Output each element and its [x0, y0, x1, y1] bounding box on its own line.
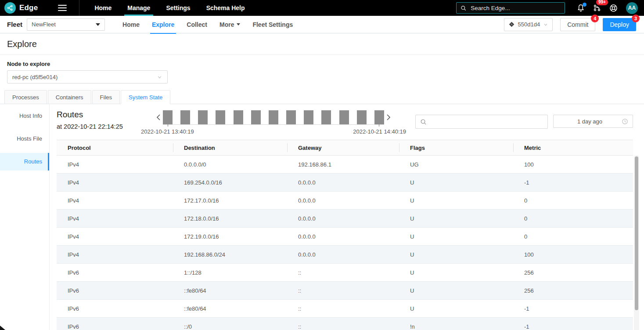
- timeline-end-label: 2022-10-21 14:40:19: [353, 128, 406, 135]
- table-cell: -1: [513, 179, 633, 186]
- topnav-item-home[interactable]: Home: [86, 0, 119, 16]
- timeline-prev-button[interactable]: [154, 110, 163, 125]
- table-cell: 256: [513, 269, 633, 276]
- deploy-count-badge: 3: [632, 15, 640, 22]
- system-state-content: Host Info Hosts File Routes Routes at 20…: [0, 104, 644, 330]
- fleet-select-value: NewFleet: [32, 21, 56, 28]
- table-cell: ::fe80/64: [173, 287, 287, 294]
- timeline-bar[interactable]: [234, 110, 243, 124]
- hamburger-menu-icon[interactable]: [57, 3, 68, 13]
- caret-down-icon: [96, 23, 100, 26]
- routes-search-input[interactable]: [430, 118, 543, 126]
- clock-icon: [622, 118, 628, 125]
- timeline-bar[interactable]: [339, 110, 349, 124]
- table-cell: 0.0.0.0: [287, 179, 399, 186]
- routes-title: Routes: [57, 110, 154, 120]
- notifications-bell[interactable]: [577, 4, 585, 12]
- chevron-right-icon: [385, 113, 392, 121]
- fleet-navigation: Home Explore Collect More Fleet Settings: [116, 16, 299, 33]
- table-row: IPv4172.17.0.0/160.0.0.0U0: [57, 192, 633, 210]
- timeline-bar[interactable]: [198, 110, 208, 124]
- support-button[interactable]: [609, 4, 618, 12]
- fleet-tab-more[interactable]: More: [213, 16, 246, 33]
- table-cell: UG: [399, 161, 513, 168]
- timeline-bar[interactable]: [321, 110, 331, 124]
- caret-down-icon: [237, 23, 240, 25]
- fleet-tab-collect[interactable]: Collect: [180, 16, 213, 33]
- user-avatar[interactable]: AA: [626, 2, 638, 14]
- routes-search[interactable]: [415, 115, 548, 129]
- timeline-next-button[interactable]: [384, 110, 393, 125]
- fleet-tab-fleet-settings[interactable]: Fleet Settings: [246, 16, 299, 33]
- page-title: Explore: [7, 39, 637, 49]
- routes-controls: 1 day ago: [415, 115, 633, 129]
- column-header-destination: Destination: [173, 140, 287, 155]
- search-icon: [420, 119, 427, 125]
- routes-timestamp: at 2022-10-21 22:14:25: [57, 123, 154, 130]
- table-cell: IPv4: [57, 233, 173, 240]
- version-select[interactable]: 550d1d4: [504, 18, 553, 31]
- table-cell: ::: [287, 287, 399, 294]
- topnav-right-cluster: 99+ AA: [456, 2, 638, 14]
- tab-files[interactable]: Files: [92, 90, 120, 104]
- timeline-start-tick: [168, 124, 168, 127]
- node-select[interactable]: red-pc (d5f5e014): [7, 70, 168, 83]
- table-row: IPv4169.254.0.0/160.0.0.0U-1: [57, 174, 633, 192]
- table-cell: U: [399, 233, 513, 240]
- commit-button[interactable]: Commit 4: [560, 18, 595, 31]
- global-search[interactable]: [456, 2, 565, 14]
- timeline-bar[interactable]: [286, 110, 296, 124]
- table-cell: 0.0.0.0: [287, 197, 399, 204]
- table-cell: ::: [287, 269, 399, 276]
- snapshot-timeline: 2022-10-21 13:40:19 2022-10-21 14:40:19: [154, 110, 393, 135]
- table-cell: 100: [513, 161, 633, 168]
- timeline-bar[interactable]: [216, 110, 225, 124]
- table-cell: 172.19.0.0/16: [173, 233, 287, 240]
- global-search-input[interactable]: [470, 4, 561, 12]
- routes-table: Protocol Destination Gateway Flags Metri…: [57, 140, 633, 330]
- tab-processes[interactable]: Processes: [4, 90, 47, 104]
- topnav-item-manage[interactable]: Manage: [119, 0, 158, 16]
- table-cell: U: [399, 269, 513, 276]
- edge-logo-icon[interactable]: [4, 2, 16, 14]
- timeline-bar[interactable]: [269, 110, 278, 124]
- fleetbar-right-cluster: 550d1d4 Commit 4 Deploy 3: [504, 18, 640, 31]
- time-range-select[interactable]: 1 day ago: [553, 115, 633, 128]
- pending-changes[interactable]: 99+: [593, 4, 601, 12]
- table-cell: IPv4: [57, 197, 173, 204]
- topnav-item-settings[interactable]: Settings: [158, 0, 198, 16]
- node-select-label: Node to explore: [7, 61, 637, 67]
- tab-containers[interactable]: Containers: [48, 90, 91, 104]
- table-cell: 169.254.0.0/16: [173, 179, 287, 186]
- table-cell: 100: [513, 251, 633, 258]
- table-cell: IPv6: [57, 287, 173, 294]
- deploy-button[interactable]: Deploy 3: [603, 18, 636, 31]
- sidebar-item-routes[interactable]: Routes: [0, 153, 49, 170]
- tab-system-state[interactable]: System State: [121, 90, 170, 104]
- timeline-bar[interactable]: [180, 110, 190, 124]
- fleet-tab-explore[interactable]: Explore: [146, 16, 180, 33]
- routes-title-block: Routes at 2022-10-21 22:14:25: [57, 110, 154, 130]
- node-select-value: red-pc (d5f5e014): [12, 74, 58, 80]
- commit-count-badge: 4: [591, 15, 599, 22]
- timeline-bar[interactable]: [304, 110, 313, 124]
- fleet-tab-home[interactable]: Home: [116, 16, 146, 33]
- sidebar-item-host-info[interactable]: Host Info: [0, 107, 49, 125]
- topnav-item-schema-help[interactable]: Schema Help: [198, 0, 253, 16]
- timeline-bar[interactable]: [163, 110, 173, 124]
- top-navigation: Home Manage Settings Schema Help: [86, 0, 252, 16]
- table-cell: IPv4: [57, 215, 173, 222]
- table-cell: 192.168.86.1: [287, 161, 399, 168]
- routes-table-body: IPv40.0.0.0/0192.168.86.1UG100IPv4169.25…: [57, 156, 633, 330]
- scrollbar-thumb[interactable]: [635, 156, 638, 310]
- fleet-select[interactable]: NewFleet: [27, 18, 105, 31]
- vertical-scrollbar: [634, 155, 639, 330]
- table-row: IPv6::fe80/64::U256: [57, 282, 633, 300]
- table-cell: 0.0.0.0: [287, 215, 399, 222]
- table-cell: 0: [513, 215, 633, 222]
- timeline-bar[interactable]: [251, 110, 261, 124]
- timeline-bar[interactable]: [357, 110, 367, 124]
- sidebar-item-hosts-file[interactable]: Hosts File: [0, 130, 49, 148]
- timeline-bar[interactable]: [374, 110, 384, 124]
- table-row: IPv4192.168.86.0/240.0.0.0U100: [57, 246, 633, 264]
